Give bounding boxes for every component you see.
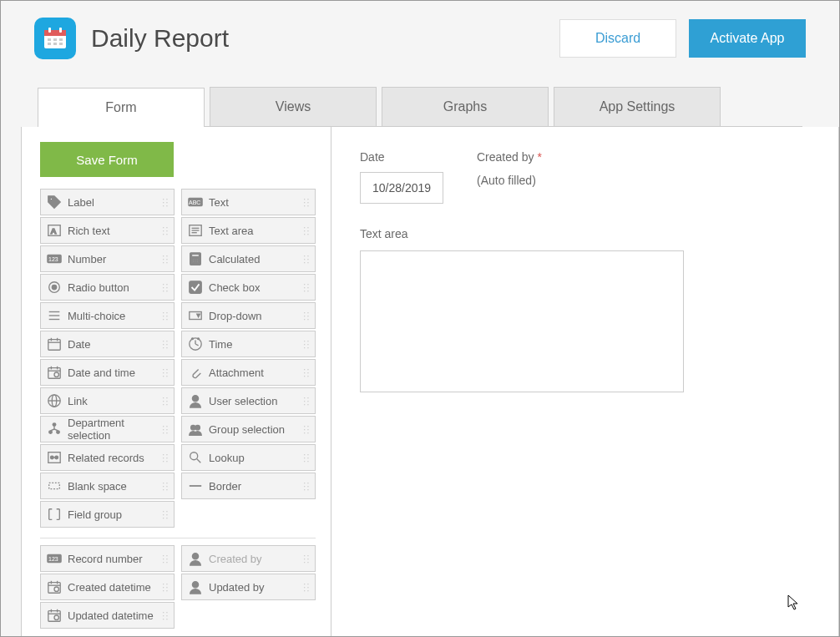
field-updated-datetime[interactable]: Updated datetime······ bbox=[40, 602, 175, 629]
field-label: Group selection bbox=[209, 423, 285, 436]
field-check-box[interactable]: Check box······ bbox=[181, 274, 316, 301]
drag-grip-icon: ······ bbox=[162, 424, 170, 434]
svg-rect-9 bbox=[59, 43, 63, 45]
textarea-field[interactable]: Text area bbox=[360, 227, 810, 392]
svg-line-40 bbox=[195, 344, 199, 346]
field-label: Text bbox=[209, 196, 229, 209]
field-border[interactable]: Border······ bbox=[181, 473, 316, 499]
field-related-records[interactable]: Related records······ bbox=[40, 444, 175, 471]
svg-point-42 bbox=[198, 338, 200, 340]
field-attachment[interactable]: Attachment······ bbox=[181, 359, 316, 386]
field-label: Record number bbox=[68, 553, 143, 565]
field-label: Multi-choice bbox=[68, 310, 125, 322]
created-by-field[interactable]: Created by * (Auto filled) bbox=[477, 150, 542, 204]
svg-point-21 bbox=[192, 259, 194, 260]
date-field[interactable]: Date 10/28/2019 bbox=[360, 150, 443, 204]
field-created-datetime[interactable]: Created datetime······ bbox=[40, 574, 175, 600]
svg-rect-8 bbox=[53, 43, 57, 45]
field-number[interactable]: 123Number······ bbox=[40, 245, 175, 272]
field-calculated[interactable]: Calculated······ bbox=[181, 245, 316, 272]
drag-grip-icon: ······ bbox=[303, 481, 311, 491]
dropdown-icon bbox=[187, 307, 204, 324]
drag-grip-icon: ······ bbox=[303, 339, 311, 349]
field-rich-text[interactable]: ARich text······ bbox=[40, 217, 175, 244]
field-lookup[interactable]: Lookup······ bbox=[181, 444, 316, 471]
field-blank-space[interactable]: Blank space······ bbox=[40, 473, 175, 499]
svg-point-26 bbox=[197, 261, 199, 263]
field-date-and-time[interactable]: Date and time······ bbox=[40, 359, 175, 386]
field-label: Updated by bbox=[209, 581, 265, 594]
field-label: Calculated bbox=[209, 253, 260, 265]
field-label: Time bbox=[209, 338, 232, 351]
field-drop-down[interactable]: Drop-down······ bbox=[181, 302, 316, 329]
time-icon bbox=[187, 336, 204, 352]
drag-grip-icon: ······ bbox=[303, 396, 311, 406]
tab-views[interactable]: Views bbox=[210, 87, 377, 126]
svg-rect-6 bbox=[59, 38, 63, 41]
fieldgroup-icon bbox=[46, 506, 63, 523]
field-multi-choice[interactable]: Multi-choice······ bbox=[40, 302, 175, 329]
textarea-input[interactable] bbox=[360, 250, 684, 392]
drag-grip-icon: ······ bbox=[303, 311, 311, 321]
field-label: Drop-down bbox=[209, 310, 262, 322]
tab-form[interactable]: Form bbox=[38, 88, 205, 127]
date-input[interactable]: 10/28/2019 bbox=[360, 172, 443, 204]
drag-grip-icon: ······ bbox=[162, 367, 170, 377]
field-time[interactable]: Time······ bbox=[181, 331, 316, 357]
drag-grip-icon: ······ bbox=[162, 225, 170, 235]
field-user-selection[interactable]: User selection······ bbox=[181, 387, 316, 414]
form-canvas[interactable]: Date 10/28/2019 Created by * (Auto fille… bbox=[331, 127, 838, 637]
tab-graphs[interactable]: Graphs bbox=[382, 87, 549, 126]
svg-point-28 bbox=[52, 285, 56, 289]
field-department-selection[interactable]: Department selection······ bbox=[40, 416, 175, 442]
field-label: Border bbox=[209, 480, 241, 493]
field-label: Label bbox=[68, 196, 94, 209]
svg-point-60 bbox=[195, 426, 200, 430]
field-radio-button[interactable]: Radio button······ bbox=[40, 274, 175, 301]
group-icon bbox=[187, 421, 204, 437]
drag-grip-icon: ······ bbox=[303, 452, 311, 463]
field-label: Blank space bbox=[68, 480, 127, 493]
drag-grip-icon: ······ bbox=[303, 582, 311, 592]
user-icon bbox=[187, 550, 204, 567]
field-text[interactable]: ABCText······ bbox=[181, 189, 316, 215]
field-palette: Save Form Label······ABCText······ARich … bbox=[22, 127, 331, 637]
field-text-area[interactable]: Text area······ bbox=[181, 217, 316, 244]
header: Daily Report Discard Activate App bbox=[1, 1, 839, 72]
field-field-group[interactable]: Field group······ bbox=[40, 501, 175, 528]
radio-icon bbox=[46, 279, 63, 296]
dept-icon bbox=[46, 421, 63, 437]
save-form-button[interactable]: Save Form bbox=[40, 142, 174, 177]
related-icon bbox=[46, 449, 63, 466]
attach-icon bbox=[187, 364, 204, 381]
drag-grip-icon: ······ bbox=[162, 481, 170, 491]
field-updated-by[interactable]: Updated by······ bbox=[181, 574, 316, 600]
svg-rect-29 bbox=[190, 281, 201, 293]
tab-app-settings[interactable]: App Settings bbox=[554, 87, 721, 126]
field-group-selection[interactable]: Group selection······ bbox=[181, 416, 316, 442]
primary-field-list: Label······ABCText······ARich text······… bbox=[40, 189, 316, 528]
date-icon bbox=[46, 336, 63, 352]
svg-point-55 bbox=[57, 431, 60, 434]
svg-rect-4 bbox=[48, 38, 51, 41]
field-label: Lookup bbox=[209, 452, 245, 464]
field-label: Attachment bbox=[209, 367, 264, 379]
field-record-number[interactable]: 123Record number······ bbox=[40, 545, 175, 572]
svg-point-54 bbox=[49, 431, 53, 434]
field-label: Radio button bbox=[68, 281, 129, 294]
discard-button[interactable]: Discard bbox=[559, 19, 676, 58]
field-date[interactable]: Date······ bbox=[40, 331, 175, 357]
calc-icon bbox=[187, 250, 204, 267]
svg-point-65 bbox=[190, 452, 198, 460]
svg-point-47 bbox=[54, 372, 58, 377]
lookup-icon bbox=[187, 449, 204, 466]
multi-icon bbox=[46, 307, 63, 324]
field-label: Number bbox=[68, 253, 106, 265]
field-link[interactable]: Link······ bbox=[40, 387, 175, 414]
field-label[interactable]: Label······ bbox=[40, 189, 175, 215]
activate-app-button[interactable]: Activate App bbox=[689, 19, 806, 58]
tab-bar: Form Views Graphs App Settings bbox=[38, 87, 802, 127]
field-label: Created datetime bbox=[68, 581, 151, 594]
field-label: Department selection bbox=[68, 417, 162, 442]
svg-point-53 bbox=[53, 423, 56, 427]
